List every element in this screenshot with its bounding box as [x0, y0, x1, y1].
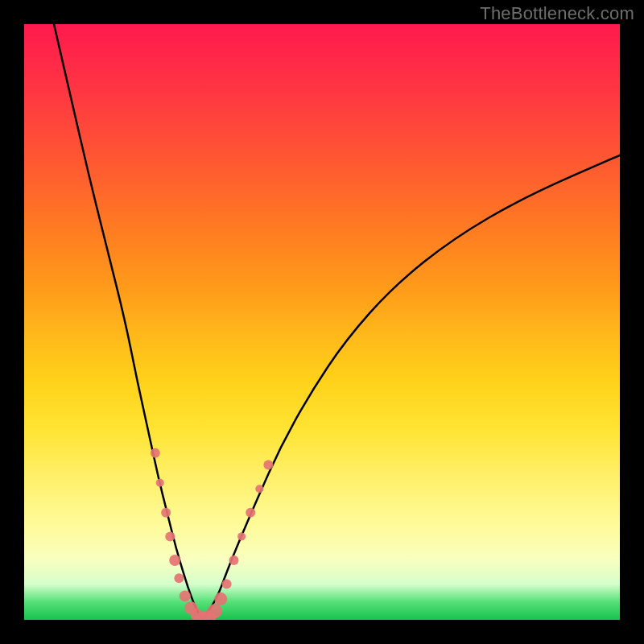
curve-right-curve [203, 155, 620, 620]
marker-point [229, 555, 238, 565]
chart-frame: TheBottleneck.com [0, 0, 644, 644]
curve-left-curve [54, 24, 203, 620]
marker-group [151, 448, 274, 620]
marker-point [246, 508, 255, 518]
plot-area [24, 24, 620, 620]
marker-point [156, 479, 164, 487]
marker-point [214, 592, 227, 605]
marker-point [255, 485, 263, 493]
marker-point [174, 573, 184, 583]
curve-group [54, 24, 620, 620]
marker-point [222, 580, 232, 589]
marker-point [165, 531, 175, 541]
marker-point [161, 508, 171, 518]
marker-point [237, 532, 246, 540]
marker-point [180, 590, 191, 601]
marker-point [151, 448, 160, 458]
marker-point [208, 604, 222, 618]
marker-point [169, 555, 180, 566]
watermark-label: TheBottleneck.com [480, 3, 634, 24]
marker-point [263, 460, 273, 470]
chart-svg [24, 24, 620, 620]
